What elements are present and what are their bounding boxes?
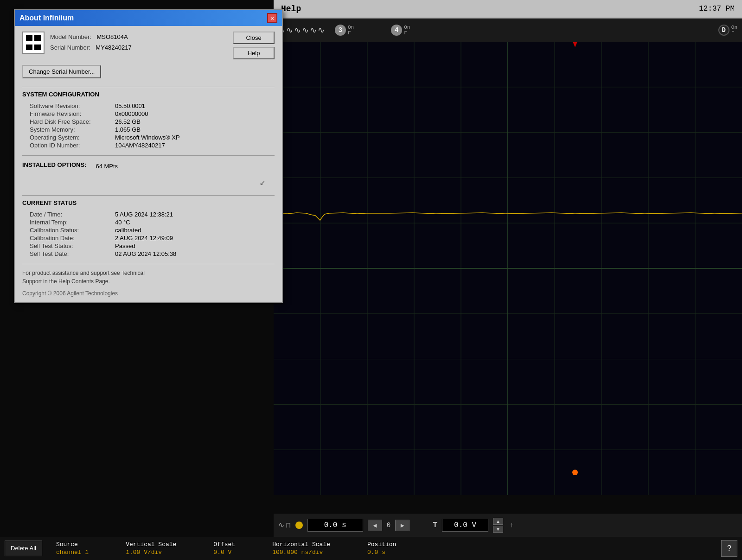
- config-table: Software Revision:05.50.0001Firmware Rev…: [22, 101, 275, 152]
- config-row: System Memory:1.065 GB: [22, 126, 275, 133]
- config-row: Firmware Revision:0x00000000: [22, 110, 275, 117]
- status-key: Calibration Status:: [22, 227, 115, 234]
- horizontal-scale-label: Horizontal Scale: [272, 541, 330, 548]
- position-value: 0.0 s: [367, 549, 396, 556]
- svg-rect-27: [26, 41, 41, 45]
- horizontal-scale-field: Horizontal Scale 100.000 ns/div: [272, 541, 330, 556]
- installed-options-value: 64 MPts: [96, 163, 118, 170]
- nav-left-btn[interactable]: ◄: [368, 520, 382, 531]
- config-value: 26.52 GB: [115, 118, 141, 125]
- current-status-title: CURRENT STATUS: [22, 199, 275, 206]
- help-bar-time: 12:37 PM: [699, 5, 735, 13]
- installed-options-title: INSTALLED OPTIONS:: [22, 161, 86, 168]
- nav-right-btn[interactable]: ►: [395, 520, 409, 531]
- change-serial-button[interactable]: Change Serial Number...: [22, 65, 101, 78]
- vertical-scale-label: Vertical Scale: [126, 541, 176, 548]
- config-key: Firmware Revision:: [22, 110, 115, 117]
- help-dialog-button[interactable]: Help: [233, 47, 275, 59]
- installed-options-row: INSTALLED OPTIONS: 64 MPts: [22, 159, 275, 173]
- config-value: 05.50.0001: [115, 102, 145, 109]
- osc-grid-svg: ↪ηη: [274, 42, 742, 495]
- config-value: 104AMY48240217: [115, 142, 165, 149]
- dialog-logo-info: Model Number: MSO8104A Serial Number: MY…: [22, 32, 132, 54]
- status-value: 40 °C: [115, 219, 130, 226]
- config-value: 0x00000000: [115, 110, 148, 117]
- zero-value: 0: [387, 522, 390, 529]
- channel-d-on: On: [731, 25, 737, 30]
- config-row: Hard Disk Free Space:26.52 GB: [22, 118, 275, 125]
- status-key: Self Test Date:: [22, 250, 115, 257]
- channel-3-number: 3: [335, 25, 346, 36]
- divider-4: [22, 264, 275, 264]
- delete-all-button[interactable]: Delete All: [5, 541, 42, 556]
- options-content-area: ↙: [22, 173, 275, 191]
- dialog-title: About Infiniium: [19, 14, 74, 22]
- system-config-section: SYSTEM CONFIGURATION Software Revision:0…: [22, 91, 275, 152]
- wave-icon: ∿∿∿∿∿∿: [278, 25, 326, 35]
- dialog-titlebar: About Infiniium ✕: [15, 10, 282, 26]
- voltage-display: 0.0 V: [442, 519, 488, 532]
- dialog-header-row: Model Number: MSO8104A Serial Number: MY…: [22, 32, 275, 59]
- voltage-arrows[interactable]: ▲ ▼: [493, 518, 503, 533]
- channel-d-trigger: Γ: [731, 30, 737, 36]
- channel-3-on: On: [348, 25, 354, 30]
- channel-4-badge[interactable]: 4 On Γ: [391, 25, 410, 36]
- vertical-scale-field: Vertical Scale 1.00 V/div: [126, 541, 176, 556]
- voltage-down-btn[interactable]: ▼: [493, 526, 503, 533]
- copyright-text: Copyright © 2006 Agilent Technologies: [22, 290, 275, 297]
- infiniium-logo: [22, 32, 45, 54]
- wave-buttons[interactable]: ∿ ⊓: [278, 521, 291, 530]
- status-table: Date / Time:5 AUG 2024 12:38:21Internal …: [22, 209, 275, 260]
- horizontal-scale-value: 100.000 ns/div: [272, 549, 330, 556]
- current-status-section: CURRENT STATUS Date / Time:5 AUG 2024 12…: [22, 199, 275, 260]
- channel-4-number: 4: [391, 25, 402, 36]
- status-row: Self Test Status:Passed: [22, 242, 275, 249]
- status-bar: Delete All Source channel 1 Vertical Sca…: [0, 537, 742, 560]
- close-button[interactable]: Close: [233, 32, 275, 44]
- divider-1: [22, 87, 275, 87]
- channel-3-trigger: Γ: [348, 30, 354, 36]
- model-number-label: Model Number:: [50, 33, 91, 40]
- status-value: 02 AUG 2024 12:05:38: [115, 250, 176, 257]
- config-row: Option ID Number:104AMY48240217: [22, 142, 275, 149]
- trigger-label: T: [433, 521, 437, 529]
- status-key: Date / Time:: [22, 211, 115, 218]
- offset-value: 0.0 V: [213, 549, 235, 556]
- help-button[interactable]: ?: [721, 540, 737, 557]
- help-bar: Help 12:37 PM: [274, 0, 742, 19]
- osc-grid-area: ↪ηη: [274, 42, 742, 495]
- voltage-up-btn[interactable]: ▲: [493, 518, 503, 525]
- offset-label: Offset: [213, 541, 235, 548]
- help-bar-title: Help: [281, 4, 301, 13]
- serial-number-row: Serial Number: MY48240217: [50, 42, 132, 53]
- offset-field: Offset 0.0 V: [213, 541, 235, 556]
- status-row: Internal Temp:40 °C: [22, 219, 275, 226]
- config-row: Operating System:Microsoft Windows® XP: [22, 134, 275, 141]
- status-value: 2 AUG 2024 12:49:09: [115, 235, 173, 242]
- vertical-scale-value: 1.00 V/div: [126, 549, 176, 556]
- osc-bottom-controls: ∿ ⊓ 0.0 s ◄ 0 ► T 0.0 V ▲ ▼ ↑: [274, 514, 742, 537]
- config-value: 1.065 GB: [115, 126, 141, 133]
- scroll-down-icon[interactable]: ↙: [260, 176, 265, 188]
- channel-3-badge[interactable]: 3 On Γ: [335, 25, 354, 36]
- status-row: Calibration Status:calibrated: [22, 227, 275, 234]
- config-key: Operating System:: [22, 134, 115, 141]
- footer-text: For product assistance and support see T…: [22, 269, 275, 286]
- serial-number-value: MY48240217: [96, 44, 131, 51]
- channel-d-badge[interactable]: D On Γ: [718, 25, 737, 36]
- installed-options-section: INSTALLED OPTIONS: 64 MPts ↙: [22, 159, 275, 191]
- dialog-close-x-btn[interactable]: ✕: [267, 13, 277, 23]
- square-icon[interactable]: ⊓: [286, 521, 291, 530]
- model-info: Model Number: MSO8104A Serial Number: MY…: [50, 32, 132, 53]
- config-value: Microsoft Windows® XP: [115, 134, 180, 141]
- channel-4-on: On: [404, 25, 410, 30]
- about-dialog: About Infiniium ✕ Model Number: M: [14, 9, 283, 303]
- channel-d-number: D: [718, 25, 729, 36]
- status-value: 5 AUG 2024 12:38:21: [115, 211, 173, 218]
- sine-icon[interactable]: ∿: [278, 521, 284, 530]
- osc-channel-header: ∿∿∿∿∿∿ 3 On Γ 4 On Γ D On Γ: [274, 19, 742, 42]
- serial-number-label: Serial Number:: [50, 44, 90, 51]
- divider-2: [22, 155, 275, 156]
- status-key: Internal Temp:: [22, 219, 115, 226]
- model-number-row: Model Number: MSO8104A: [50, 32, 132, 42]
